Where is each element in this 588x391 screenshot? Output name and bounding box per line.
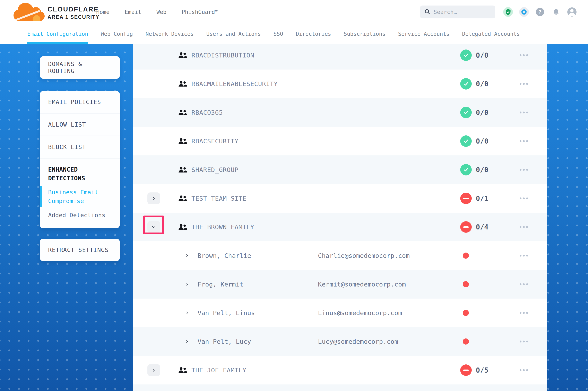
bell-icon[interactable] [551,7,561,17]
table-row-group: RBACO3650/0 [133,98,547,127]
table-row-group: THE JOE FAMILY0/5 [133,356,547,385]
sidebar-item-retract-settings[interactable]: RETRACT SETTINGS [40,239,120,261]
group-name: RBACMAILENABLESECURITY [191,80,278,88]
row-menu-ellipsis[interactable] [519,253,529,259]
member-email: Lucy@somedemocorp.com [318,338,398,345]
group-icon [178,195,187,202]
table-row-member: Brown, CharlieCharlie@somedemocorp.com [133,241,547,270]
status-badge-pass-icon [460,107,472,118]
member-email: Linus@somedemocorp.com [318,309,402,316]
row-menu-ellipsis[interactable] [519,138,529,144]
table-row-group: RBACMAILENABLESECURITY0/0 [133,70,547,98]
group-name: THE BROWN FAMILY [191,223,254,231]
tab-service-accounts[interactable]: Service Accounts [398,24,449,44]
tab-sso[interactable]: SSO [274,24,283,44]
status-badge-fail-icon [460,193,472,204]
tab-directories[interactable]: Directories [296,24,331,44]
sidebar-item-email-policies[interactable]: EMAIL POLICIES [40,91,120,113]
row-menu-ellipsis[interactable] [519,281,529,287]
member-name: Brown, Charlie [198,252,251,259]
sidebar-item-domains-routing[interactable]: DOMAINS & ROUTING [40,56,120,79]
sidebar-card-domains-routing: DOMAINS & ROUTING [40,56,120,79]
chevron-right-icon[interactable] [185,311,189,315]
group-name: THE JOE FAMILY [191,367,246,374]
topnav-item-phishguard-[interactable]: PhishGuard™ [182,9,218,15]
table-row-group: RBACDISTRUBUTION0/0 [133,44,547,70]
row-menu-ellipsis[interactable] [519,367,529,373]
status-badge-fail-icon [460,221,472,233]
minus-glyph [463,370,469,371]
group-name: RBACDISTRUBUTION [191,52,254,59]
top-header: CLOUDFLARE AREA 1 SECURITY HomeEmailWebP… [0,0,588,24]
minus-glyph [463,226,469,228]
tab-email-configuration[interactable]: Email Configuration [27,24,88,44]
account-icon[interactable] [567,7,577,17]
table-row-member: Frog, KermitKermit@somedemocorp.com [133,270,547,298]
row-menu-ellipsis[interactable] [519,81,529,87]
group-icon [178,138,187,144]
group-icon [178,224,187,230]
shield-check-icon[interactable] [503,7,513,17]
status-badge-pass-icon [460,78,472,90]
sidebar-item-business-email-compromise[interactable]: Business Email Compromise [40,188,120,205]
tab-subscriptions[interactable]: Subscriptions [344,24,386,44]
row-menu-ellipsis[interactable] [519,110,529,115]
sidebar-item-block-list[interactable]: BLOCK LIST [40,136,120,159]
table-row-group: TEST TEAM SITE0/1 [133,184,547,213]
expand-row-button[interactable] [147,221,160,233]
table-row-group: RBACSECURITY0/0 [133,127,547,155]
sidebar-item-allow-list[interactable]: ALLOW LIST [40,113,120,136]
row-menu-ellipsis[interactable] [519,224,529,230]
member-name: Van Pelt, Linus [198,309,255,316]
gear-icon[interactable] [519,7,529,17]
chevron-right-icon[interactable] [185,254,189,257]
tab-web-config[interactable]: Web Config [101,24,133,44]
search-box[interactable] [420,5,495,18]
row-menu-ellipsis[interactable] [519,310,529,316]
row-count: 0/1 [476,194,488,202]
row-count: 0/0 [476,51,488,59]
row-count: 0/0 [476,80,488,88]
tab-users-and-actions[interactable]: Users and Actions [206,24,261,44]
topnav-item-web[interactable]: Web [156,9,166,15]
expand-row-button[interactable] [147,364,160,376]
member-name: Frog, Kermit [198,281,243,288]
sidebar-item-added-detections[interactable]: Added Detections [40,211,120,228]
expand-row-button[interactable] [147,193,160,204]
row-menu-ellipsis[interactable] [519,52,529,58]
group-name: SHARED_GROUP [191,166,239,173]
row-count: 0/4 [476,223,488,231]
search-input[interactable] [434,9,485,15]
search-icon [424,8,430,15]
topnav-item-home[interactable]: Home [96,9,110,15]
table-row-group: THE BROWN FAMILY0/4 [133,213,547,241]
status-dot [463,338,469,345]
status-dot [463,253,469,259]
status-badge-pass-icon [460,49,472,61]
chevron-right-icon [152,196,156,200]
chevron-right-icon[interactable] [185,340,189,343]
row-menu-ellipsis[interactable] [519,339,529,345]
help-icon[interactable]: ? [535,7,545,17]
status-badge-fail-icon [460,364,472,376]
cloudflare-logo: CLOUDFLARE AREA 1 SECURITY [12,2,100,23]
chevron-down-icon [152,225,156,229]
sidebar-card-retract-settings: RETRACT SETTINGS [40,239,120,261]
minus-glyph [463,198,469,199]
tab-delegated-accounts[interactable]: Delegated Accounts [462,24,520,44]
row-count: 0/0 [476,137,488,145]
table-row-spacer [133,385,547,391]
row-count: 0/0 [476,166,488,174]
table-row-member: Van Pelt, LucyLucy@somedemocorp.com [133,327,547,356]
group-icon [178,81,187,87]
chevron-right-icon[interactable] [185,283,189,286]
row-menu-ellipsis[interactable] [519,196,529,201]
row-count: 0/0 [476,108,488,116]
logo-title: CLOUDFLARE [47,5,100,13]
cloudflare-cloud-icon [12,2,45,23]
row-menu-ellipsis[interactable] [519,167,529,173]
topnav-item-email[interactable]: Email [125,9,141,15]
group-name: RBACO365 [191,109,223,116]
tab-network-devices[interactable]: Network Devices [146,24,194,44]
status-dot [463,310,469,316]
